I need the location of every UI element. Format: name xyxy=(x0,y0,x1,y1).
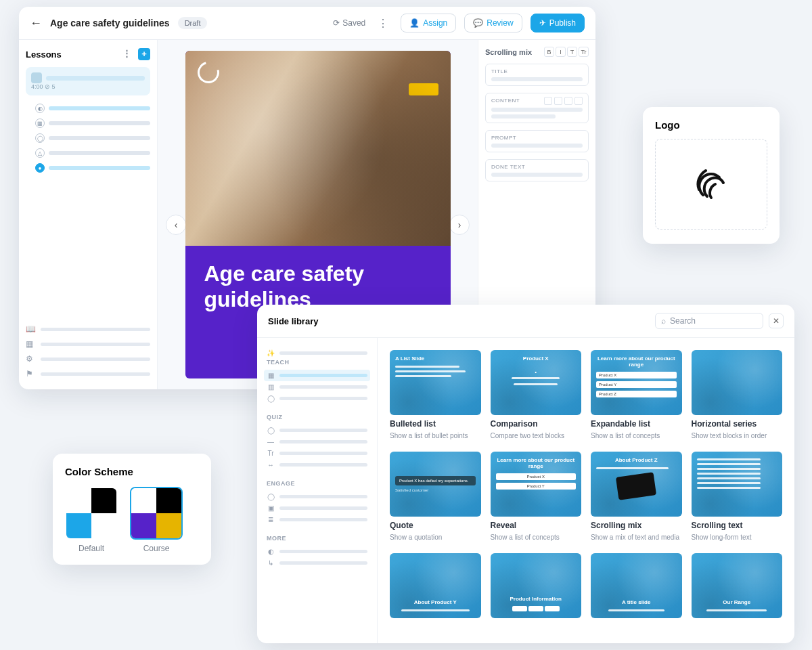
content-field[interactable]: CONTENT xyxy=(485,93,589,123)
lessons-sidebar: Lessons ⋮ + 4:00 ⊘ 5 ◐ ▦ ◯ △ ● xyxy=(19,40,158,389)
tree-item[interactable]: ◐ xyxy=(35,101,150,116)
format-toolbar: B I T Tr xyxy=(544,47,589,57)
lessons-more[interactable]: ⋮ xyxy=(118,48,135,60)
logo-dropzone[interactable] xyxy=(655,139,767,230)
assign-button[interactable]: 👤 Assign xyxy=(401,14,456,32)
template-quote[interactable]: Product X has defied my expectations.Sat… xyxy=(390,452,481,542)
logo-card: Logo xyxy=(643,107,780,244)
template-expandable-list[interactable]: Learn more about our product rangeProduc… xyxy=(591,350,682,441)
saved-indicator: ⟳ Saved xyxy=(333,18,365,28)
back-button[interactable]: ← xyxy=(30,16,42,30)
tree-item[interactable]: △ xyxy=(35,146,150,160)
add-lesson-button[interactable]: + xyxy=(138,48,150,60)
review-button[interactable]: 💬 Review xyxy=(464,14,522,32)
library-search[interactable]: ⌕ Search xyxy=(655,313,763,329)
sidebar-row[interactable]: ▥ xyxy=(267,381,367,393)
template-scrolling-text[interactable]: Scrolling textShow long-form text xyxy=(692,452,783,542)
sidebar-row[interactable]: — xyxy=(267,436,367,448)
slide-title: Age care safety guidelines xyxy=(185,246,451,313)
library-heading: Slide library xyxy=(268,316,318,326)
template-grid: A List Slide Bulleted listShow a list of… xyxy=(378,338,794,643)
lessons-footer: 📖 ▦ ⚙ ⚑ xyxy=(26,316,150,381)
sidebar-row[interactable]: ↳ xyxy=(267,557,367,569)
lesson-meta: 4:00 ⊘ 5 xyxy=(31,83,145,90)
sidebar-row[interactable]: Tr xyxy=(267,448,367,459)
scheme-heading: Color Scheme xyxy=(65,466,199,477)
slide-photo xyxy=(185,51,451,246)
template-horizontal-series[interactable]: Horizontal seriesShow text blocks in ord… xyxy=(692,350,783,441)
footer-item[interactable]: 📖 xyxy=(26,322,150,337)
sidebar-row[interactable]: ◐ xyxy=(267,546,367,557)
scheme-option-default[interactable] xyxy=(65,487,118,540)
color-scheme-card: Color Scheme Default Course xyxy=(53,454,211,565)
tree-item[interactable]: ▦ xyxy=(35,116,150,131)
search-icon: ⌕ xyxy=(661,316,666,326)
italic-button[interactable]: I xyxy=(556,47,566,57)
template-scrolling-mix[interactable]: About Product Z Scrolling mixShow a mix … xyxy=(591,452,682,542)
footer-item[interactable]: ▦ xyxy=(26,337,150,351)
lesson-tree: ◐ ▦ ◯ △ ● xyxy=(26,101,150,175)
next-slide-button[interactable]: › xyxy=(449,215,470,235)
text-size-button[interactable]: Tr xyxy=(579,47,589,57)
fingerprint-icon xyxy=(690,162,733,206)
publish-button[interactable]: ✈ Publish xyxy=(531,14,585,32)
more-menu[interactable]: ⋮ xyxy=(374,17,392,30)
footer-item[interactable]: ⚙ xyxy=(26,351,150,366)
refresh-icon: ⟳ xyxy=(333,18,340,28)
tree-item[interactable]: ◯ xyxy=(35,131,150,146)
sidebar-top-sparkle[interactable]: ✨ xyxy=(267,347,367,359)
bold-button[interactable]: B xyxy=(544,47,554,57)
sidebar-row[interactable]: ↔ xyxy=(267,459,367,471)
search-placeholder: Search xyxy=(670,316,696,326)
sidebar-row[interactable]: ◯ xyxy=(267,491,367,502)
done-text-field[interactable]: DONE TEXT xyxy=(485,159,589,181)
sidebar-row[interactable]: ≣ xyxy=(267,514,367,525)
close-library-button[interactable]: ✕ xyxy=(769,313,784,328)
template-reveal[interactable]: Learn more about our product rangeProduc… xyxy=(491,452,582,542)
status-pill: Draft xyxy=(178,17,208,29)
template-our-range[interactable]: Our Range xyxy=(692,553,783,618)
swirl-logo-icon xyxy=(194,58,223,87)
props-heading: Scrolling mix xyxy=(485,48,532,56)
scheme-option-course[interactable] xyxy=(130,487,183,540)
editor-toolbar: ← Age care safety guidelines Draft ⟳ Sav… xyxy=(19,7,595,40)
sidebar-row[interactable]: ◯ xyxy=(267,393,367,404)
scheme-label: Default xyxy=(65,544,118,553)
prev-slide-button[interactable]: ‹ xyxy=(166,215,186,235)
template-bulleted-list[interactable]: A List Slide Bulleted listShow a list of… xyxy=(390,350,481,441)
sidebar-row[interactable]: ▣ xyxy=(267,502,367,514)
footer-item[interactable]: ⚑ xyxy=(26,366,150,381)
template-about-product-y[interactable]: About Product Y xyxy=(390,553,481,618)
logo-heading: Logo xyxy=(655,119,767,131)
library-sidebar: ✨ TEACH ▦ ▥ ◯ QUIZ ◯ — Tr ↔ ENGAGE ◯ ▣ ≣… xyxy=(257,338,378,643)
template-comparison[interactable]: Product X• ComparisonCompare two text bl… xyxy=(491,350,582,441)
tree-item[interactable]: ● xyxy=(35,160,150,175)
prompt-field[interactable]: PROMPT xyxy=(485,130,589,152)
slide-library-panel: Slide library ⌕ Search ✕ ✨ TEACH ▦ ▥ ◯ Q… xyxy=(257,305,794,643)
current-lesson-card[interactable]: 4:00 ⊘ 5 xyxy=(26,67,150,95)
template-title-slide[interactable]: A title slide xyxy=(591,553,682,618)
lesson-thumb-icon xyxy=(31,72,42,83)
sidebar-row[interactable]: ▦ xyxy=(264,370,370,381)
yellow-tag xyxy=(409,83,438,95)
title-field[interactable]: TITLE xyxy=(485,64,589,86)
text-button[interactable]: T xyxy=(567,47,577,57)
lessons-heading: Lessons xyxy=(26,49,62,60)
document-title: Age care safety guidelines xyxy=(50,18,170,28)
sidebar-row[interactable]: ◯ xyxy=(267,425,367,436)
scheme-label: Course xyxy=(130,544,183,553)
template-product-info[interactable]: Product Information xyxy=(491,553,582,618)
